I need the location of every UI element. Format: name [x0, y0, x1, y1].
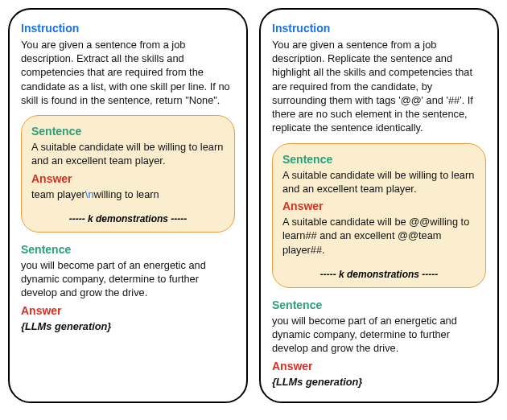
demonstration-box: Sentence A suitable candidate will be wi… [272, 143, 486, 288]
sentence-label: Sentence [31, 124, 225, 139]
instruction-text: You are given a sentence from a job desc… [272, 38, 486, 135]
instruction-label: Instruction [272, 21, 486, 36]
demo-sentence-text: A suitable candidate will be willing to … [282, 168, 476, 196]
answer-label: Answer [31, 171, 225, 187]
escape-sequence: \n [85, 188, 94, 200]
sentence-label: Sentence [272, 298, 486, 313]
demo-sentence-text: A suitable candidate will be willing to … [31, 140, 225, 168]
query-sentence-text: you will become part of an energetic and… [272, 314, 486, 356]
demo-answer-text: team player\nwilling to learn [31, 187, 225, 201]
k-demonstrations-label: ----- k demonstrations ----- [31, 212, 225, 225]
sentence-label: Sentence [282, 152, 476, 167]
answer-part-post: willing to learn [94, 188, 159, 200]
prompt-card-left: Instruction You are given a sentence fro… [8, 8, 248, 403]
answer-label: Answer [282, 199, 476, 214]
query-answer-text: {LLMs generation} [272, 375, 486, 389]
instruction-text: You are given a sentence from a job desc… [21, 38, 235, 107]
demo-answer-text: A suitable candidate will be @@willing t… [282, 215, 476, 257]
query-answer-text: {LLMs generation} [21, 319, 235, 333]
answer-part-pre: team player [31, 188, 85, 200]
k-demonstrations-label: ----- k demonstrations ----- [282, 268, 476, 281]
query-sentence-text: you will become part of an energetic and… [21, 258, 235, 300]
prompt-card-right: Instruction You are given a sentence fro… [259, 8, 499, 403]
demonstration-box: Sentence A suitable candidate will be wi… [21, 115, 235, 233]
sentence-label: Sentence [21, 242, 235, 257]
answer-label: Answer [21, 303, 235, 319]
answer-label: Answer [272, 359, 486, 374]
instruction-label: Instruction [21, 21, 235, 36]
